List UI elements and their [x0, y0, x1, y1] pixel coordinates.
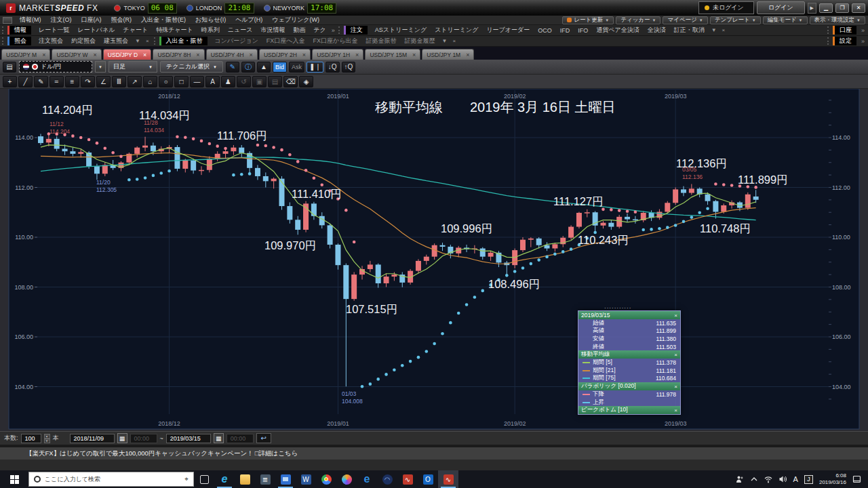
- group-close-icon[interactable]: ×: [719, 27, 728, 33]
- taskbar-search-input[interactable]: ここに入力して検索 ⌖: [28, 472, 194, 487]
- text-tool[interactable]: A: [205, 76, 220, 87]
- campaign-banner[interactable]: 【楽天FX】はじめての取引で最大100,000円キャッシュバックキャンペーン！ …: [0, 447, 868, 460]
- tab-usd-jpy-1m[interactable]: USD/JPY 1M×: [422, 49, 474, 60]
- chrome-icon[interactable]: [316, 470, 336, 488]
- calendar-to-icon[interactable]: ▦: [214, 433, 224, 443]
- strip-item-0-3[interactable]: 特殊チャート: [152, 26, 197, 35]
- calculator-icon[interactable]: ≣: [255, 470, 275, 488]
- tab-close-icon[interactable]: ×: [302, 52, 306, 58]
- strip-item-1-0[interactable]: コンバージョン: [211, 37, 262, 45]
- menu-button-0[interactable]: レート更新▼: [562, 16, 614, 24]
- strip-grip[interactable]: [2, 26, 5, 34]
- speaker-icon[interactable]: [778, 475, 787, 483]
- banner-link[interactable]: □詳細はこちら: [255, 449, 298, 458]
- start-button[interactable]: [0, 470, 28, 488]
- marketspeed-icon[interactable]: ∿: [397, 470, 418, 488]
- price-chart[interactable]: 2018/122018/122019/012019/012019/022019/…: [0, 89, 868, 431]
- fan-lines-tool[interactable]: ∠: [96, 76, 111, 87]
- rectangle-tool[interactable]: □: [174, 76, 189, 87]
- tab-close-icon[interactable]: ×: [355, 52, 359, 58]
- strip-item-1-4[interactable]: 証拠金履歴: [401, 37, 439, 45]
- panel-close-icon[interactable]: ×: [674, 407, 677, 413]
- people-icon[interactable]: [736, 475, 744, 483]
- period-select[interactable]: 日足▼: [108, 61, 157, 73]
- overflow-chevron-icon[interactable]: »: [860, 27, 866, 34]
- bid-button[interactable]: Bid: [273, 62, 287, 73]
- info-button[interactable]: ⓘ: [241, 62, 255, 73]
- strip-item-0-8[interactable]: テク: [309, 26, 330, 35]
- zoom-out-button[interactable]: ↓Q: [326, 62, 340, 73]
- pencil-tool[interactable]: ✎: [34, 76, 48, 87]
- candle-chart-button[interactable]: ❚❘: [307, 62, 323, 73]
- strip-item-0-1[interactable]: レートパネル: [73, 26, 119, 35]
- ime-a-icon[interactable]: A: [793, 475, 798, 483]
- tab-close-icon[interactable]: ×: [196, 52, 199, 58]
- group-close-icon[interactable]: ×: [143, 38, 152, 44]
- login-expand-button[interactable]: ▶: [808, 3, 816, 14]
- tab-usd-jpy-2h[interactable]: USD/JPY 2H×: [259, 49, 311, 60]
- zoom-in-button[interactable]: ↑Q: [342, 62, 356, 73]
- tab-close-icon[interactable]: ×: [250, 52, 253, 58]
- strip-item-0-7[interactable]: 動画: [289, 26, 309, 35]
- panel-close-icon[interactable]: ×: [674, 352, 677, 358]
- strip-item-1-4[interactable]: IFD: [556, 27, 574, 34]
- menu-button-1[interactable]: ティッカー▼: [616, 16, 660, 24]
- parallel-lines-tool[interactable]: ＝: [50, 76, 64, 87]
- calendar-from-icon[interactable]: ▦: [117, 433, 127, 443]
- strip-item-1-6[interactable]: 通貨ペア全決済: [592, 26, 643, 35]
- swoosh-app-icon[interactable]: ◠: [377, 470, 397, 488]
- panel-close-icon[interactable]: ×: [674, 312, 677, 319]
- paste-tool[interactable]: ▤: [268, 76, 282, 87]
- strip-item-0-2[interactable]: 建玉照会: [100, 37, 132, 45]
- login-button[interactable]: ログイン: [757, 1, 805, 14]
- crosshair-tool[interactable]: +: [3, 76, 17, 87]
- app-window-icon[interactable]: [275, 470, 296, 488]
- indicator-data-panel[interactable]: ··········· 2019/03/15×始値111.635高値111.89…: [578, 310, 681, 415]
- strip-item-1-3[interactable]: 証拠金振替: [362, 37, 401, 45]
- group-chip-設定[interactable]: 設定: [833, 37, 856, 45]
- file-explorer-icon[interactable]: [235, 470, 255, 488]
- currency-pair-select[interactable]: ドル/円: [19, 61, 92, 73]
- overflow-chevron-icon[interactable]: »: [860, 38, 866, 45]
- tab-usd-jpy-15m[interactable]: USD/JPY 15M×: [365, 49, 420, 60]
- task-view-icon[interactable]: [194, 470, 214, 488]
- marker-tool[interactable]: ♟: [221, 76, 235, 87]
- tab-usd-jpy-1h[interactable]: USD/JPY 1H×: [312, 49, 363, 60]
- tab-close-icon[interactable]: ×: [412, 52, 416, 58]
- action-center-icon[interactable]: [852, 475, 861, 483]
- group-dropdown-icon[interactable]: ▼: [132, 38, 143, 44]
- count-input[interactable]: 100: [21, 434, 41, 443]
- group-close-icon[interactable]: ×: [450, 38, 458, 44]
- strip-item-1-7[interactable]: 全決済: [644, 26, 670, 35]
- strip-grip[interactable]: [338, 26, 341, 34]
- strip-item-0-0[interactable]: レート一覧: [35, 26, 73, 35]
- group-chip-入出金・振替[interactable]: 入出金・振替: [159, 37, 208, 45]
- group-chip-情報[interactable]: 情報: [7, 26, 31, 35]
- strip-grip[interactable]: [2, 37, 5, 45]
- strip-item-1-2[interactable]: FX口座から出金: [309, 37, 362, 45]
- menu-button-2[interactable]: マイページ▼: [663, 16, 707, 24]
- menu-button-3[interactable]: テンプレート▼: [710, 16, 761, 24]
- tab-close-icon[interactable]: ×: [42, 52, 45, 58]
- paint-icon[interactable]: [336, 470, 357, 488]
- menu-item-1[interactable]: 注文(O): [46, 16, 77, 24]
- minimize-button[interactable]: ▁: [819, 3, 833, 13]
- tab-usd-jpy-4h[interactable]: USD/JPY 4H×: [206, 49, 258, 60]
- tab-close-icon[interactable]: ×: [94, 52, 97, 58]
- marketspeed-fx-icon[interactable]: ∿: [438, 470, 458, 488]
- menu-button-5[interactable]: 表示・環境設定▼: [810, 16, 865, 24]
- close-button[interactable]: ✕: [852, 3, 865, 13]
- ray-tool[interactable]: ↗: [127, 76, 142, 87]
- polygon-tool[interactable]: ⌂: [143, 76, 157, 87]
- group-chip-注文[interactable]: 注文: [344, 26, 368, 35]
- eraser-tool[interactable]: ⌫: [283, 76, 298, 87]
- strip-item-0-4[interactable]: 時系列: [197, 26, 224, 35]
- menu-button-4[interactable]: 編集モード▼: [763, 16, 808, 24]
- menu-item-6[interactable]: ヘルプ(H): [231, 16, 267, 24]
- tab-usd-jpy-d[interactable]: USD/JPY D×: [103, 49, 152, 60]
- group-chip-照会[interactable]: 照会: [7, 37, 31, 45]
- strip-grip[interactable]: [827, 26, 830, 34]
- count-stepper[interactable]: ▲▼: [44, 434, 50, 443]
- tab-usd-jpy-w[interactable]: USD/JPY W×: [52, 49, 101, 60]
- group-chip-口座[interactable]: 口座: [833, 26, 856, 35]
